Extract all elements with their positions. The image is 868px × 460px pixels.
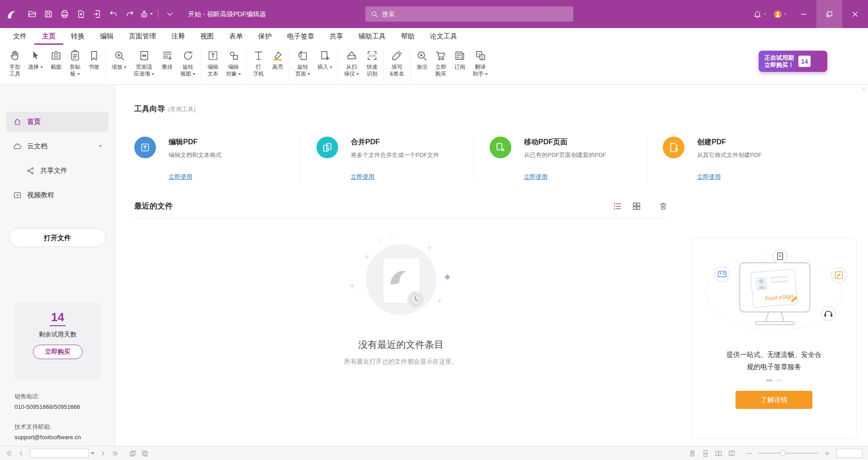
sidebar-item[interactable]: 共享文件	[6, 161, 108, 180]
zoom-slider-thumb[interactable]	[780, 450, 786, 456]
titlebar-tool-button[interactable]	[122, 5, 138, 23]
menu-item[interactable]: 转换	[63, 28, 92, 45]
ribbon-button[interactable]: 重排	[158, 49, 177, 82]
promo-carousel-dots[interactable]	[766, 379, 782, 381]
trial-buy-badge[interactable]: 正在试用期 立即购买！ 14	[759, 51, 827, 72]
titlebar-tool-button[interactable]	[89, 5, 105, 23]
tool-card[interactable]: 移动PDF页面 从已有的PDF页面创建新的PDF 立即使用	[474, 137, 647, 181]
collapse-ribbon-button[interactable]	[162, 5, 178, 23]
ribbon-button[interactable]: 从扫 描仪	[340, 49, 363, 82]
menu-item[interactable]: 表单	[222, 28, 250, 45]
menu-item[interactable]: 保护	[250, 28, 279, 45]
menu-item-label: 编辑	[100, 32, 113, 41]
restore-button[interactable]	[816, 0, 842, 28]
titlebar-tool-button[interactable]	[40, 5, 57, 23]
menu-item[interactable]: 文件	[5, 28, 34, 45]
caret-down-icon	[763, 12, 767, 16]
zoom-level-input[interactable]	[836, 449, 863, 458]
last-page-icon[interactable]	[111, 450, 119, 457]
list-view-icon[interactable]	[613, 201, 623, 211]
global-search[interactable]	[365, 6, 573, 22]
ribbon-button[interactable]: OCR 快速 识别	[363, 49, 384, 82]
sidebar-item[interactable]: 云文档	[6, 136, 108, 156]
ribbon-button[interactable]: 订阅	[450, 49, 469, 82]
book-view-icon[interactable]	[728, 450, 736, 457]
titlebar-tool-button[interactable]	[73, 5, 89, 23]
first-page-icon[interactable]	[5, 450, 13, 457]
tool-card[interactable]: 创建PDF 从其它格式文件创建PDF 立即使用	[647, 137, 820, 181]
titlebar-tool-button[interactable]	[138, 5, 154, 23]
menu-item[interactable]: 辅助工具	[351, 28, 393, 45]
account-button[interactable]	[774, 10, 788, 19]
next-view-icon[interactable]	[141, 450, 149, 457]
ribbon-button[interactable]: 编辑 文本	[203, 49, 222, 82]
ribbon-button[interactable]: 激活	[412, 49, 431, 82]
use-now-link[interactable]: 立即使用	[351, 173, 474, 181]
prev-view-icon[interactable]	[129, 450, 137, 457]
ribbon-button[interactable]: A文 翻译 助手	[469, 49, 491, 82]
ribbon-button-label: 旋转 视图	[180, 64, 193, 77]
ribbon-button[interactable]: 编辑 对象	[222, 49, 247, 82]
titlebar-tool-button[interactable]	[57, 5, 73, 23]
ribbon-button[interactable]: 页面适 应选项	[130, 49, 158, 82]
titlebar-tool-button[interactable]	[24, 5, 40, 23]
use-now-link[interactable]: 立即使用	[524, 173, 647, 181]
facing-icon[interactable]	[715, 450, 722, 457]
ribbon-button[interactable]: 截图	[47, 49, 66, 82]
ribbon-button[interactable]: 手型 工具	[5, 49, 24, 82]
zoom-slider[interactable]	[758, 453, 819, 454]
carousel-dot[interactable]	[776, 379, 782, 381]
tool-card[interactable]: 编辑PDF 编辑文档和文本格式 立即使用	[134, 137, 301, 181]
ribbon-button[interactable]: 高亮	[268, 49, 289, 82]
open-file-button[interactable]: 打开文件	[9, 228, 106, 247]
trash-icon[interactable]	[659, 202, 668, 211]
search-input[interactable]	[382, 10, 568, 18]
menu-item[interactable]: 视图	[193, 28, 222, 45]
close-button[interactable]	[842, 0, 868, 28]
ribbon-button[interactable]: 插入	[314, 49, 338, 82]
minimize-button[interactable]	[791, 0, 816, 28]
carousel-dot-active[interactable]	[766, 379, 773, 381]
zoom-icon	[113, 50, 125, 62]
learn-more-button[interactable]: 了解详情	[736, 391, 812, 409]
tool-card[interactable]: 合并PDF 将多个文件合并生成一个PDF文件 立即使用	[301, 137, 474, 181]
menu-item[interactable]: 帮助	[393, 28, 422, 45]
sidebar-item[interactable]: 首页	[6, 112, 108, 132]
zoom-in-icon[interactable]	[823, 450, 831, 457]
menu-item[interactable]: 注释	[164, 28, 193, 45]
titlebar-tool-button[interactable]	[105, 5, 122, 23]
shared-files-icon	[26, 166, 35, 175]
ribbon-button[interactable]: 填写 &签名	[386, 49, 410, 82]
notifications-button[interactable]	[753, 10, 767, 19]
single-page-icon[interactable]	[689, 450, 696, 457]
prev-page-icon[interactable]	[18, 450, 25, 457]
grid-view-icon[interactable]	[632, 201, 642, 211]
menu-item[interactable]: 编辑	[92, 28, 121, 45]
ribbon-button[interactable]: 旋转 视图	[177, 49, 201, 82]
ribbon-button[interactable]: 选择	[24, 49, 47, 82]
page-dropdown-caret-icon[interactable]	[91, 452, 94, 455]
ribbon-button[interactable]: 打 字机	[249, 49, 268, 82]
menu-item[interactable]: 共享	[322, 28, 351, 45]
use-now-link[interactable]: 立即使用	[697, 173, 820, 181]
buy-now-button[interactable]: 立即购买	[33, 345, 83, 359]
sidebar-item[interactable]: 视频教程	[6, 185, 108, 205]
contact-info: 销售电话: 010-50951668/50951666 技术支持邮箱: supp…	[14, 391, 81, 442]
ribbon-button[interactable]: 立即 购买	[431, 49, 450, 82]
ribbon-button[interactable]: 缩放	[108, 49, 130, 82]
ribbon-button[interactable]: 书签	[85, 49, 106, 82]
menu-item[interactable]: 电子签章	[279, 28, 322, 45]
ribbon-button[interactable]: 剪贴 板	[66, 49, 85, 82]
menu-item-label: 页面管理	[129, 32, 156, 41]
use-now-link[interactable]: 立即使用	[169, 173, 301, 181]
page-number-input[interactable]	[30, 449, 89, 458]
menu-item[interactable]: 页面管理	[121, 28, 164, 45]
ribbon-button[interactable]: 旋转 页面	[292, 49, 314, 82]
continuous-icon[interactable]	[702, 450, 709, 457]
menu-item[interactable]: 论文工具	[422, 28, 465, 45]
menu-item[interactable]: 主页	[34, 28, 63, 45]
zoom-out-icon[interactable]	[745, 450, 753, 457]
typewriter-icon	[253, 50, 264, 62]
next-page-icon[interactable]	[99, 450, 107, 457]
chevron-up-icon[interactable]	[861, 87, 866, 92]
